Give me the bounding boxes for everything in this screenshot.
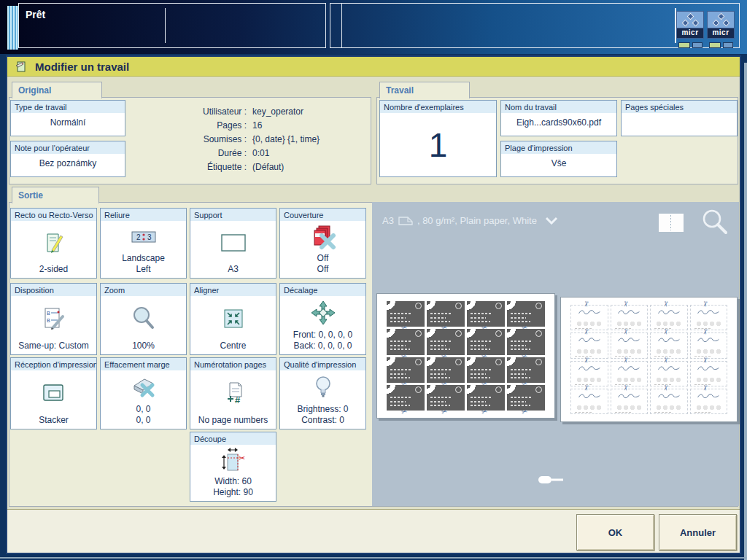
business-card-front: ✂: [507, 301, 545, 327]
svg-text:B: B: [47, 311, 50, 316]
tile-align-label: Aligner: [190, 284, 276, 296]
tile-media[interactable]: Support A3: [190, 208, 276, 279]
trim-width-value: Width: 60: [192, 476, 274, 487]
micr-icon: [707, 11, 735, 28]
tile-job-type-value: Normální: [12, 117, 123, 128]
binding-value: Landscape: [102, 253, 185, 264]
micr-label: micr: [676, 28, 704, 39]
dialog-titlebar: Modifier un travail: [7, 57, 740, 77]
micr-label: micr: [707, 28, 735, 39]
micr-tray-indicator-2[interactable]: micr: [707, 11, 735, 48]
tile-special-pages[interactable]: Pages spéciales: [621, 100, 738, 136]
tile-print-quality[interactable]: Qualité d'impression Brightness: 0Contra…: [279, 357, 366, 429]
svg-text:✂: ✂: [239, 454, 245, 462]
dialog-footer: OK Annuler: [7, 509, 740, 553]
output-destination-value: Stacker: [12, 415, 95, 426]
business-card-back: ✂: [690, 389, 728, 414]
tile-job-type[interactable]: Type de travail Normální: [10, 100, 125, 136]
tile-shift[interactable]: Décalage Front: 0, 0, 0, 0Back: 0, 0, 0,…: [279, 283, 366, 355]
info-label: Durée :: [168, 148, 247, 158]
zoom-icon: [101, 296, 186, 341]
svg-text:2: 2: [136, 233, 141, 241]
tile-binding[interactable]: Reliure 2 3 LandscapeLeft: [100, 208, 187, 279]
margin-erase-value-1: 0, 0: [102, 404, 185, 415]
tile-layout[interactable]: Disposition B B Same-up: Custom: [10, 283, 97, 355]
diamond-dot-icon: [682, 20, 689, 27]
diamond-dot-icon: [687, 13, 694, 20]
tile-print-range[interactable]: Plage d'impression Vše: [500, 141, 617, 177]
tile-copies[interactable]: Nombre d'exemplaires 1: [379, 100, 497, 177]
job-info-list: Utilisateur : key_operator Pages : 16 So…: [168, 106, 366, 172]
printer-status-label: Prêt: [26, 9, 45, 20]
status-panel-cell-divider: [341, 4, 342, 47]
tab-sortie[interactable]: Sortie: [12, 187, 99, 203]
tile-margin-erase-label: Effacement marge: [101, 358, 186, 370]
tile-covers[interactable]: Couverture OffOff: [279, 208, 366, 279]
shift-value-back: Back: 0, 0, 0, 0: [282, 341, 364, 351]
business-card-back: ✂: [611, 389, 649, 414]
tile-margin-erase[interactable]: Effacement marge 0, 00, 0: [100, 357, 187, 429]
ok-button[interactable]: OK: [576, 514, 654, 551]
tile-covers-label: Couverture: [280, 209, 365, 221]
tab-travail[interactable]: Travail: [379, 82, 470, 98]
diamond-dot-icon: [723, 20, 730, 27]
page-numbers-icon: #: [190, 370, 276, 415]
tile-duplex[interactable]: Recto ou Recto-Verso 2-sided: [10, 208, 97, 279]
tile-operator-note[interactable]: Note pour l'opérateur Bez poznámky: [10, 141, 125, 177]
business-card-back: ✂: [650, 305, 688, 330]
diamond-dot-icon: [718, 13, 725, 20]
zoom-value: 100%: [102, 341, 185, 351]
page-numbers-value: No page numbers: [192, 415, 274, 426]
business-card-back: ✂: [650, 361, 688, 386]
business-card-back: ✂: [611, 332, 649, 358]
media-icon: [190, 221, 276, 264]
business-card-back: ✂: [690, 361, 728, 386]
swatch-green: [709, 42, 721, 48]
binding-icon: 2 3: [101, 221, 186, 253]
business-card-front: ✂: [387, 357, 425, 383]
tile-binding-label: Reliure: [101, 209, 186, 221]
preview-sheet-front: ✂✂✂✂✂✂✂✂✂✂✂✂✂✂✂✂: [376, 293, 555, 419]
business-card-back: ✂: [570, 389, 608, 414]
business-card-back: ✂: [570, 305, 608, 330]
tile-output-destination[interactable]: Réception d'impression Stacker: [10, 357, 97, 429]
spread-view-icon[interactable]: [659, 214, 684, 232]
svg-text:B: B: [47, 318, 50, 323]
info-label: Pages :: [168, 120, 247, 131]
tray-status-swatches: [709, 42, 733, 48]
media-selector[interactable]: A3 , 80 g/m², Plain paper, White: [382, 215, 558, 226]
stacker-icon: [11, 370, 96, 415]
print-quality-icon: [280, 370, 365, 404]
shift-icon: [280, 296, 365, 330]
info-value: 0:01: [252, 148, 366, 158]
tile-align[interactable]: Aligner Centre: [190, 283, 276, 355]
business-card-back: ✂: [690, 305, 728, 330]
tile-print-range-label: Plage d'impression: [501, 141, 616, 154]
print-quality-value-2: Contrast: 0: [282, 415, 364, 426]
micr-indicator-group: micr micr: [676, 11, 735, 48]
tab-original[interactable]: Original: [12, 82, 102, 98]
tile-media-label: Support: [190, 209, 276, 221]
swatch-blue: [723, 42, 733, 48]
business-card-back: ✂: [611, 305, 649, 330]
tile-zoom[interactable]: Zoom 100%: [100, 283, 187, 355]
business-card-front: ✂: [387, 329, 425, 354]
tile-job-type-label: Type de travail: [11, 101, 125, 113]
svg-text:3: 3: [147, 233, 152, 241]
business-card-front: ✂: [427, 385, 465, 411]
micr-icon: [676, 11, 704, 28]
diamond-dot-icon: [713, 20, 720, 27]
status-panel-left: Prêt: [18, 3, 326, 48]
duplex-value: 2-sided: [12, 264, 95, 275]
business-card-front: ✂: [467, 357, 505, 383]
tile-page-numbers[interactable]: Numérotation pages # No page numbers: [190, 357, 276, 429]
preview-zoom-icon[interactable]: [701, 208, 729, 238]
swatch-blue: [692, 42, 703, 48]
info-label: Utilisateur :: [168, 106, 247, 117]
micr-tray-indicator-1[interactable]: micr: [676, 11, 704, 48]
tile-job-name[interactable]: Nom du travail Eigh...cards90x60.pdf: [500, 100, 617, 136]
cancel-button[interactable]: Annuler: [659, 514, 737, 551]
covers-value: Off: [282, 253, 364, 264]
margin-erase-value-2: 0, 0: [102, 415, 185, 426]
tile-trim[interactable]: Découpe ✂ Width: 60Height: 90: [190, 432, 276, 502]
